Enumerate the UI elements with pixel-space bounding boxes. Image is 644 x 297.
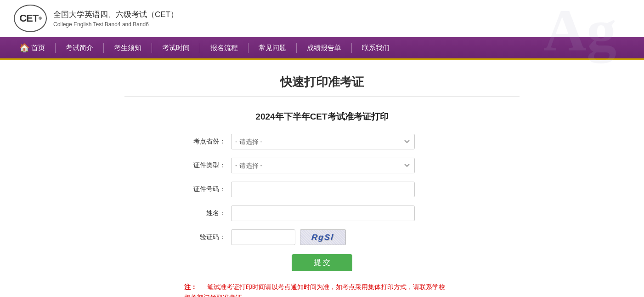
name-input[interactable] [231,206,415,221]
nav-report-label: 成绩报告单 [307,44,341,52]
cert-type-row: 证件类型 - 请选择 - [184,158,460,173]
captcha-label: 验证码 [184,233,226,241]
captcha-input[interactable] [231,229,295,245]
page-content: 快速打印准考证 2024年下半年CET考试准考证打印 考点省份 - 请选择 - … [115,74,529,297]
page-title: 快速打印准考证 [124,74,520,97]
nav-notice-label: 考生须知 [114,44,141,52]
cert-type-label: 证件类型 [184,161,226,170]
province-row: 考点省份 - 请选择 - [184,134,460,149]
captcha-area: RgSl [231,229,346,245]
logo-icon: CET ® [14,5,47,32]
submit-row: 提 交 [184,254,460,271]
nav-bottom-accent [0,58,644,60]
header: CET ® 全国大学英语四、六级考试（CET） College English … [0,0,644,37]
nav-contact[interactable]: 联系我们 [352,37,400,58]
cert-number-input[interactable] [231,182,415,197]
nav-faq[interactable]: 常见问题 [249,37,296,58]
nav-registration-label: 报名流程 [210,44,238,52]
nav-faq-label: 常见问题 [259,44,286,52]
province-select[interactable]: - 请选择 - [231,134,415,149]
home-icon: 🏠 [19,43,29,53]
notice-label: 注： [184,284,197,291]
captcha-value: RgSl [311,233,335,242]
nav-registration[interactable]: 报名流程 [200,37,248,58]
cert-number-row: 证件号码 [184,182,460,197]
nav-report[interactable]: 成绩报告单 [297,37,351,58]
nav-home-label: 首页 [31,44,45,52]
nav-home[interactable]: 🏠 首页 [9,37,55,58]
nav-intro-label: 考试简介 [66,44,93,52]
nav-notice[interactable]: 考生须知 [104,37,152,58]
logo-text-block: 全国大学英语四、六级考试（CET） College English Test B… [53,9,178,28]
cert-number-label: 证件号码 [184,185,226,194]
notice-text: 笔试准考证打印时间请以考点通知时间为准，如考点采用集体打印方式，请联系学校相关部… [184,284,445,297]
nav-contact-label: 联系我们 [362,44,390,52]
nav-time[interactable]: 考试时间 [152,37,200,58]
form-section-title: 2024年下半年CET考试准考证打印 [184,111,460,123]
logo-area: CET ® 全国大学英语四、六级考试（CET） College English … [14,5,178,32]
province-label: 考点省份 [184,137,226,146]
form-container: 2024年下半年CET考试准考证打印 考点省份 - 请选择 - 证件类型 - 请… [184,111,460,297]
navigation-bar: 🏠 首页 考试简介 考生须知 考试时间 报名流程 常见问题 成绩报告单 联系我们 [0,37,644,58]
captcha-image[interactable]: RgSl [300,229,346,245]
notice-section: 注： 笔试准考证打印时间请以考点通知时间为准，如考点采用集体打印方式，请联系学校… [184,282,451,297]
page-title-section: 快速打印准考证 [124,74,520,97]
cert-type-select[interactable]: - 请选择 - [231,158,415,173]
captcha-row: 验证码 RgSl [184,229,460,245]
submit-button[interactable]: 提 交 [292,254,352,271]
nav-intro[interactable]: 考试简介 [56,37,103,58]
logo-subtitle: College English Test Band4 and Band6 [53,21,178,28]
name-label: 姓名 [184,209,226,217]
nav-time-label: 考试时间 [162,44,190,52]
logo-title: 全国大学英语四、六级考试（CET） [53,9,178,20]
name-row: 姓名 [184,206,460,221]
